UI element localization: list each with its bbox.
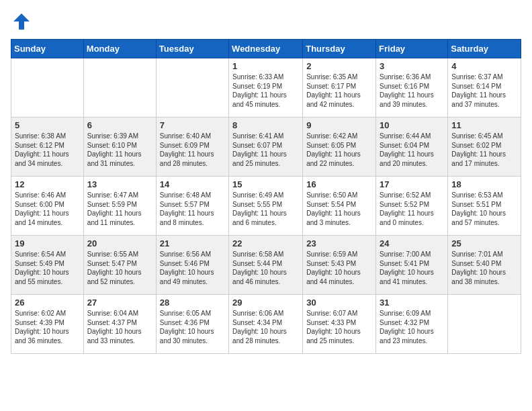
calendar-cell <box>448 295 521 354</box>
day-header-thursday: Thursday <box>303 40 376 58</box>
day-number: 29 <box>232 298 299 308</box>
calendar-cell: 11Sunrise: 6:45 AM Sunset: 6:02 PM Dayli… <box>448 118 521 177</box>
day-number: 10 <box>380 120 444 130</box>
cell-content: Sunrise: 6:50 AM Sunset: 5:54 PM Dayligh… <box>306 191 372 227</box>
calendar-week-row: 26Sunrise: 6:02 AM Sunset: 4:39 PM Dayli… <box>11 295 521 354</box>
calendar-cell: 13Sunrise: 6:47 AM Sunset: 5:59 PM Dayli… <box>83 177 156 236</box>
day-header-saturday: Saturday <box>448 40 521 58</box>
cell-content: Sunrise: 6:36 AM Sunset: 6:16 PM Dayligh… <box>380 73 444 109</box>
cell-content: Sunrise: 6:59 AM Sunset: 5:43 PM Dayligh… <box>306 250 372 286</box>
day-number: 11 <box>451 120 517 130</box>
day-number: 21 <box>160 238 225 248</box>
cell-content: Sunrise: 6:04 AM Sunset: 4:37 PM Dayligh… <box>87 309 152 345</box>
cell-content: Sunrise: 6:46 AM Sunset: 6:00 PM Dayligh… <box>15 191 80 227</box>
day-number: 12 <box>15 179 80 189</box>
calendar-cell: 9Sunrise: 6:42 AM Sunset: 6:05 PM Daylig… <box>303 118 376 177</box>
calendar-cell: 28Sunrise: 6:05 AM Sunset: 4:36 PM Dayli… <box>156 295 228 354</box>
day-number: 23 <box>306 238 372 248</box>
calendar-cell: 21Sunrise: 6:56 AM Sunset: 5:46 PM Dayli… <box>156 236 228 295</box>
calendar-cell: 29Sunrise: 6:06 AM Sunset: 4:34 PM Dayli… <box>229 295 303 354</box>
calendar-cell: 22Sunrise: 6:58 AM Sunset: 5:44 PM Dayli… <box>229 236 303 295</box>
day-number: 3 <box>380 61 444 71</box>
calendar-cell: 24Sunrise: 7:00 AM Sunset: 5:41 PM Dayli… <box>376 236 448 295</box>
cell-content: Sunrise: 6:45 AM Sunset: 6:02 PM Dayligh… <box>451 132 517 168</box>
page-header <box>11 11 521 32</box>
day-header-tuesday: Tuesday <box>156 40 228 58</box>
calendar-cell: 7Sunrise: 6:40 AM Sunset: 6:09 PM Daylig… <box>156 118 228 177</box>
cell-content: Sunrise: 6:09 AM Sunset: 4:32 PM Dayligh… <box>380 309 444 345</box>
cell-content: Sunrise: 6:40 AM Sunset: 6:09 PM Dayligh… <box>160 132 225 168</box>
calendar-cell: 10Sunrise: 6:44 AM Sunset: 6:04 PM Dayli… <box>376 118 448 177</box>
cell-content: Sunrise: 6:07 AM Sunset: 4:33 PM Dayligh… <box>306 309 372 345</box>
cell-content: Sunrise: 6:02 AM Sunset: 4:39 PM Dayligh… <box>15 309 80 345</box>
cell-content: Sunrise: 6:48 AM Sunset: 5:57 PM Dayligh… <box>160 191 225 227</box>
day-number: 9 <box>306 120 372 130</box>
cell-content: Sunrise: 6:54 AM Sunset: 5:49 PM Dayligh… <box>15 250 80 286</box>
day-number: 17 <box>380 179 444 189</box>
cell-content: Sunrise: 6:42 AM Sunset: 6:05 PM Dayligh… <box>306 132 372 168</box>
cell-content: Sunrise: 6:05 AM Sunset: 4:36 PM Dayligh… <box>160 309 225 345</box>
calendar-cell: 26Sunrise: 6:02 AM Sunset: 4:39 PM Dayli… <box>11 295 84 354</box>
day-number: 19 <box>15 238 80 248</box>
day-number: 16 <box>306 179 372 189</box>
cell-content: Sunrise: 6:53 AM Sunset: 5:51 PM Dayligh… <box>451 191 517 227</box>
cell-content: Sunrise: 6:47 AM Sunset: 5:59 PM Dayligh… <box>87 191 152 227</box>
day-number: 18 <box>451 179 517 189</box>
day-number: 1 <box>232 61 299 71</box>
calendar-cell: 2Sunrise: 6:35 AM Sunset: 6:17 PM Daylig… <box>303 58 376 118</box>
calendar-cell <box>156 58 228 118</box>
calendar-header-row: SundayMondayTuesdayWednesdayThursdayFrid… <box>11 40 521 58</box>
cell-content: Sunrise: 6:55 AM Sunset: 5:47 PM Dayligh… <box>87 250 152 286</box>
cell-content: Sunrise: 6:35 AM Sunset: 6:17 PM Dayligh… <box>306 73 372 109</box>
calendar-cell: 6Sunrise: 6:39 AM Sunset: 6:10 PM Daylig… <box>83 118 156 177</box>
cell-content: Sunrise: 6:58 AM Sunset: 5:44 PM Dayligh… <box>232 250 299 286</box>
day-number: 15 <box>232 179 299 189</box>
calendar-cell: 1Sunrise: 6:33 AM Sunset: 6:19 PM Daylig… <box>229 58 303 118</box>
day-number: 26 <box>15 298 80 308</box>
day-number: 5 <box>15 120 80 130</box>
svg-marker-0 <box>13 13 30 30</box>
cell-content: Sunrise: 6:52 AM Sunset: 5:52 PM Dayligh… <box>380 191 444 227</box>
calendar-cell: 16Sunrise: 6:50 AM Sunset: 5:54 PM Dayli… <box>303 177 376 236</box>
calendar-week-row: 19Sunrise: 6:54 AM Sunset: 5:49 PM Dayli… <box>11 236 521 295</box>
day-number: 22 <box>232 238 299 248</box>
cell-content: Sunrise: 6:39 AM Sunset: 6:10 PM Dayligh… <box>87 132 152 168</box>
calendar-cell: 31Sunrise: 6:09 AM Sunset: 4:32 PM Dayli… <box>376 295 448 354</box>
day-number: 27 <box>87 298 152 308</box>
logo <box>11 11 35 32</box>
calendar-cell: 19Sunrise: 6:54 AM Sunset: 5:49 PM Dayli… <box>11 236 84 295</box>
day-number: 6 <box>87 120 152 130</box>
cell-content: Sunrise: 7:00 AM Sunset: 5:41 PM Dayligh… <box>380 250 444 286</box>
cell-content: Sunrise: 6:44 AM Sunset: 6:04 PM Dayligh… <box>380 132 444 168</box>
day-number: 30 <box>306 298 372 308</box>
cell-content: Sunrise: 6:41 AM Sunset: 6:07 PM Dayligh… <box>232 132 299 168</box>
calendar-cell: 4Sunrise: 6:37 AM Sunset: 6:14 PM Daylig… <box>448 58 521 118</box>
calendar-cell <box>83 58 156 118</box>
cell-content: Sunrise: 6:06 AM Sunset: 4:34 PM Dayligh… <box>232 309 299 345</box>
day-number: 7 <box>160 120 225 130</box>
calendar-cell: 20Sunrise: 6:55 AM Sunset: 5:47 PM Dayli… <box>83 236 156 295</box>
cell-content: Sunrise: 6:49 AM Sunset: 5:55 PM Dayligh… <box>232 191 299 227</box>
day-header-wednesday: Wednesday <box>229 40 303 58</box>
calendar-cell: 5Sunrise: 6:38 AM Sunset: 6:12 PM Daylig… <box>11 118 84 177</box>
cell-content: Sunrise: 6:37 AM Sunset: 6:14 PM Dayligh… <box>451 73 517 109</box>
day-number: 8 <box>232 120 299 130</box>
calendar-table: SundayMondayTuesdayWednesdayThursdayFrid… <box>11 39 521 354</box>
calendar-cell: 27Sunrise: 6:04 AM Sunset: 4:37 PM Dayli… <box>83 295 156 354</box>
calendar-cell: 8Sunrise: 6:41 AM Sunset: 6:07 PM Daylig… <box>229 118 303 177</box>
day-number: 13 <box>87 179 152 189</box>
day-number: 2 <box>306 61 372 71</box>
calendar-cell <box>11 58 84 118</box>
calendar-cell: 3Sunrise: 6:36 AM Sunset: 6:16 PM Daylig… <box>376 58 448 118</box>
day-header-friday: Friday <box>376 40 448 58</box>
day-number: 31 <box>380 298 444 308</box>
day-number: 28 <box>160 298 225 308</box>
day-header-monday: Monday <box>83 40 156 58</box>
cell-content: Sunrise: 6:56 AM Sunset: 5:46 PM Dayligh… <box>160 250 225 286</box>
calendar-cell: 18Sunrise: 6:53 AM Sunset: 5:51 PM Dayli… <box>448 177 521 236</box>
day-number: 4 <box>451 61 517 71</box>
cell-content: Sunrise: 6:33 AM Sunset: 6:19 PM Dayligh… <box>232 73 299 109</box>
cell-content: Sunrise: 6:38 AM Sunset: 6:12 PM Dayligh… <box>15 132 80 168</box>
day-number: 14 <box>160 179 225 189</box>
cell-content: Sunrise: 7:01 AM Sunset: 5:40 PM Dayligh… <box>451 250 517 286</box>
